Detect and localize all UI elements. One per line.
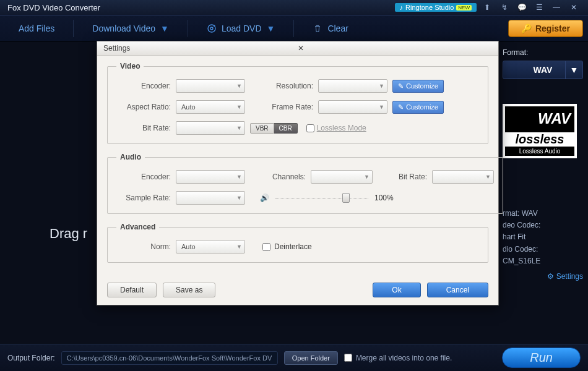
download-video-label: Download Video <box>92 23 155 33</box>
customize-label: Customize <box>406 82 438 90</box>
wav-card-top: WAV <box>505 106 574 131</box>
settings-link[interactable]: ⚙ Settings <box>503 272 583 281</box>
ringtone-label: Ringtone Studio <box>405 4 454 11</box>
video-legend: Video <box>116 62 144 70</box>
minimize-button[interactable]: — <box>550 2 563 13</box>
key-icon: 🔑 <box>521 23 532 33</box>
clear-label: Clear <box>327 23 348 33</box>
merge-checkbox-wrap[interactable]: Merge all videos into one file. <box>344 354 452 362</box>
aspect-ratio-combo[interactable]: Auto▼ <box>176 100 245 114</box>
separator <box>293 20 294 37</box>
disc-icon <box>207 23 217 33</box>
customize-label: Customize <box>406 103 438 111</box>
clear-button[interactable]: Clear <box>299 20 361 37</box>
speaker-icon: 🔊 <box>260 194 269 202</box>
share-icon[interactable]: ↯ <box>498 2 511 13</box>
music-note-icon: ♪ <box>400 4 404 11</box>
sample-rate-label: Sample Rate: <box>116 194 171 202</box>
settings-link-label: Settings <box>556 272 583 281</box>
dialog-title: Settings <box>103 44 295 53</box>
pencil-icon: ✎ <box>398 82 404 90</box>
audio-encoder-label: Encoder: <box>116 173 171 181</box>
audio-bitrate-label: Bit Rate: <box>390 173 427 181</box>
new-badge: NEW <box>456 5 472 11</box>
advanced-group: Advanced Norm: Auto▼ Deinterlace <box>107 223 488 263</box>
output-format-value: WAV <box>534 65 553 75</box>
audio-legend: Audio <box>116 153 145 161</box>
output-format-select[interactable]: WAV ▼ <box>503 61 583 79</box>
open-folder-button[interactable]: Open Folder <box>284 351 338 365</box>
wav-card-mid: lossless <box>505 131 574 147</box>
close-button[interactable]: ✕ <box>567 2 581 13</box>
norm-combo[interactable]: Auto▼ <box>176 240 245 254</box>
norm-label: Norm: <box>116 242 171 251</box>
channels-label: Channels: <box>262 173 306 181</box>
load-dvd-label: Load DVD <box>222 23 262 33</box>
separator <box>73 20 74 37</box>
chevron-down-icon: ▼ <box>379 83 384 89</box>
separator <box>188 20 188 37</box>
chevron-down-icon: ▼ <box>236 125 242 131</box>
menu-icon[interactable]: ☰ <box>532 2 546 13</box>
download-video-button[interactable]: Download Video ▼ <box>79 20 183 37</box>
svg-point-1 <box>210 27 213 30</box>
drag-hint-text: Drag r <box>50 226 87 242</box>
default-button[interactable]: Default <box>107 283 157 297</box>
deinterlace-checkbox[interactable] <box>262 243 270 251</box>
video-encoder-label: Encoder: <box>116 82 171 90</box>
format-preview-card: WAV lossless Lossless Audio <box>503 104 577 158</box>
volume-slider[interactable] <box>275 197 368 199</box>
lossless-mode-wrap[interactable]: Lossless Mode <box>306 124 366 132</box>
chevron-down-icon: ▼ <box>160 23 169 33</box>
vbr-button[interactable]: VBR <box>250 123 274 134</box>
merge-label: Merge all videos into one file. <box>356 354 452 362</box>
advanced-legend: Advanced <box>116 223 159 231</box>
pencil-icon: ✎ <box>398 103 404 111</box>
merge-checkbox[interactable] <box>344 354 352 362</box>
add-files-label: Add Files <box>19 23 54 33</box>
chevron-down-icon: ▼ <box>236 83 242 89</box>
load-dvd-button[interactable]: Load DVD ▼ <box>193 20 288 37</box>
lossless-mode-label: Lossless Mode <box>317 124 366 132</box>
aspect-ratio-label: Aspect Ratio: <box>116 103 171 111</box>
video-encoder-combo[interactable]: ▼ <box>176 79 245 93</box>
chevron-down-icon: ▼ <box>236 195 242 201</box>
resolution-customize-button[interactable]: ✎ Customize <box>392 80 444 93</box>
audio-group: Audio Encoder: ▼ Channels: ▼ Bit Rate: ▼… <box>107 153 503 214</box>
resolution-combo[interactable]: ▼ <box>318 79 387 93</box>
audio-bitrate-combo[interactable]: ▼ <box>432 170 494 184</box>
gear-icon: ⚙ <box>547 272 554 281</box>
video-bitrate-combo[interactable]: ▼ <box>176 121 245 135</box>
register-label: Register <box>535 23 570 33</box>
frame-rate-customize-button[interactable]: ✎ Customize <box>392 101 444 114</box>
register-button[interactable]: 🔑 Register <box>508 20 583 37</box>
chevron-down-icon: ▼ <box>565 61 582 79</box>
audio-encoder-combo[interactable]: ▼ <box>176 170 245 184</box>
chevron-down-icon: ▼ <box>236 244 242 250</box>
output-folder-input[interactable] <box>61 351 278 365</box>
chevron-down-icon: ▼ <box>379 104 384 110</box>
slider-thumb[interactable] <box>342 193 350 203</box>
lossless-mode-checkbox[interactable] <box>306 124 314 132</box>
chevron-down-icon: ▼ <box>364 174 370 180</box>
channels-combo[interactable]: ▼ <box>311 170 373 184</box>
frame-rate-combo[interactable]: ▼ <box>318 100 387 114</box>
add-files-button[interactable]: Add Files <box>5 20 68 37</box>
sample-rate-combo[interactable]: ▼ <box>176 191 245 205</box>
chevron-down-icon: ▼ <box>485 174 491 180</box>
deinterlace-wrap[interactable]: Deinterlace <box>262 242 312 251</box>
app-title: Fox DVD Video Converter <box>7 3 395 12</box>
up-arrow-icon[interactable]: ⬆ <box>480 2 494 13</box>
ringtone-studio-button[interactable]: ♪ Ringtone Studio NEW <box>395 3 477 12</box>
output-folder-label: Output Folder: <box>7 354 55 362</box>
chevron-down-icon: ▼ <box>236 174 242 180</box>
dialog-close-button[interactable]: ✕ <box>295 44 492 53</box>
wav-card-sub: Lossless Audio <box>505 147 574 156</box>
cancel-button[interactable]: Cancel <box>427 283 488 297</box>
feedback-icon[interactable]: 💬 <box>515 2 529 13</box>
save-as-button[interactable]: Save as <box>163 283 215 297</box>
deinterlace-label: Deinterlace <box>274 242 312 251</box>
run-button[interactable]: Run <box>502 348 581 368</box>
ok-button[interactable]: Ok <box>373 283 420 297</box>
cbr-button[interactable]: CBR <box>274 123 298 134</box>
